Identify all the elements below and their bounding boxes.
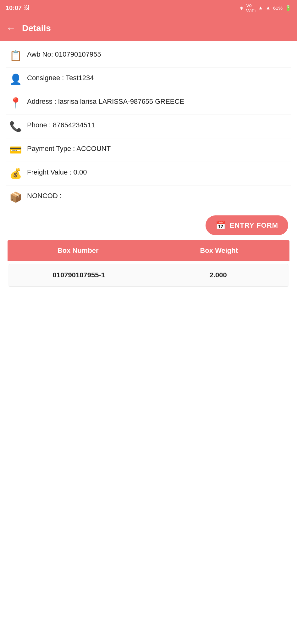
freight-value: 0.00 [74,168,87,176]
back-button[interactable]: ← [6,24,16,33]
phone-field: Phone : 87654234511 [27,120,288,130]
status-bar-right: ∗ VoWiFi ▲ ▲ 61% 🔋 [239,3,291,13]
content-area: 📋 Awb No: 010790107955 👤 Consignee : Tes… [0,41,297,293]
battery-level: 61% [273,5,283,11]
consignee-field: Consignee : Test1234 [27,73,288,83]
awb-field: Awb No: 010790107955 [27,50,288,59]
box-weight-cell: 2.000 [149,264,288,286]
network-icon: ▲ [266,5,271,11]
page-title: Details [22,23,51,33]
phone-label: Phone : [27,121,53,129]
payment-row: 💳 Payment Type : ACCOUNT [6,138,291,162]
entry-form-icon: 📅 [216,220,226,230]
entry-form-btn-wrapper: 📅 ENTRY FORM [6,209,291,240]
table-row: 010790107955-1 2.000 [9,264,288,286]
wifi-icon: VoWiFi [246,3,256,13]
app-header: ← Details [0,16,297,41]
signal-icon: ▲ [258,5,263,11]
bluetooth-icon: ∗ [239,5,244,11]
consignee-icon: 👤 [9,73,23,85]
phone-row: 📞 Phone : 87654234511 [6,115,291,138]
awb-label: Awb No: [27,50,55,58]
freight-label: Freight Value : [27,168,74,176]
payment-icon: 💳 [9,144,23,156]
awb-value: 010790107955 [55,50,101,58]
table-header: Box Number Box Weight [8,240,289,261]
table-body: 010790107955-1 2.000 [8,264,289,286]
payment-label: Payment Type : [27,145,76,153]
address-row: 📍 Address : lasrisa larisa LARISSA-98765… [6,91,291,115]
entry-form-button[interactable]: 📅 ENTRY FORM [206,215,288,235]
noncod-row: 📦 NONCOD : [6,186,291,209]
consignee-value: Test1234 [66,74,94,82]
address-icon: 📍 [9,97,23,109]
noncod-label: NONCOD : [27,192,62,200]
entry-form-label: ENTRY FORM [230,221,278,230]
address-field: Address : lasrisa larisa LARISSA-987655 … [27,97,288,107]
image-icon: 🖼 [24,5,29,11]
status-time: 10:07 [6,4,22,12]
box-number-cell: 010790107955-1 [9,264,149,286]
battery-icon: 🔋 [285,5,291,11]
table-header-box-weight: Box Weight [149,240,290,261]
freight-field: Freight Value : 0.00 [27,168,288,177]
awb-icon: 📋 [9,50,23,62]
phone-value: 87654234511 [53,121,95,129]
address-label: Address : [27,97,58,105]
box-table: Box Number Box Weight 010790107955-1 2.0… [8,240,289,290]
consignee-label: Consignee : [27,74,66,82]
noncod-icon: 📦 [9,191,23,203]
status-bar: 10:07 🖼 ∗ VoWiFi ▲ ▲ 61% 🔋 [0,0,297,16]
table-header-box-number: Box Number [8,240,149,261]
freight-row: 💰 Freight Value : 0.00 [6,162,291,186]
address-value: lasrisa larisa LARISSA-987655 GREECE [58,97,184,105]
payment-value: ACCOUNT [76,145,111,153]
consignee-row: 👤 Consignee : Test1234 [6,68,291,91]
noncod-field: NONCOD : [27,191,288,201]
freight-icon: 💰 [9,168,23,180]
status-bar-left: 10:07 🖼 [6,4,29,12]
awb-row: 📋 Awb No: 010790107955 [6,44,291,68]
phone-icon: 📞 [9,120,23,132]
payment-field: Payment Type : ACCOUNT [27,144,288,154]
